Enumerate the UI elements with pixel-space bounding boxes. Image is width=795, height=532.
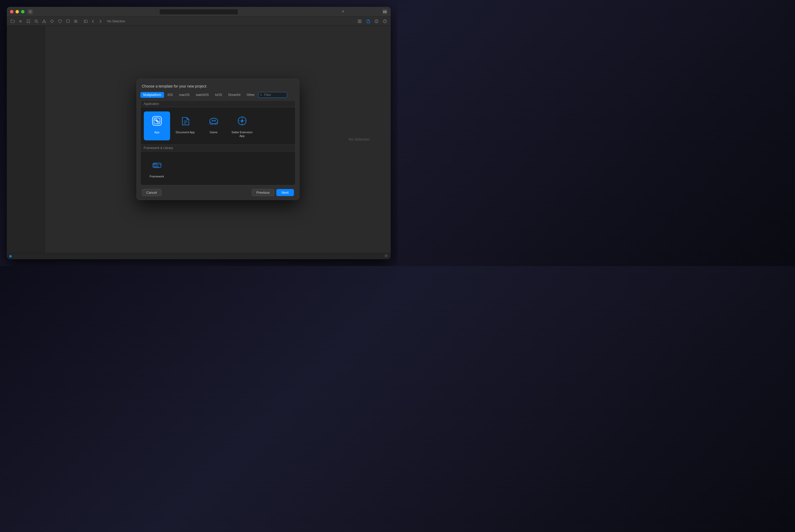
application-section-header: Application	[141, 101, 295, 107]
forward-button[interactable]	[97, 18, 103, 24]
app-icon	[150, 114, 164, 128]
app-label: App	[154, 130, 159, 134]
warning-icon[interactable]	[41, 18, 47, 24]
footer-right-buttons: Previous Next	[252, 189, 294, 196]
svg-point-31	[214, 120, 215, 121]
next-button[interactable]: Next	[276, 189, 294, 196]
no-selection-label: No Selection	[105, 18, 127, 24]
framework-label: Framework	[150, 174, 164, 178]
bottom-bar	[7, 253, 391, 259]
template-item-document-app[interactable]: Document App	[172, 111, 198, 140]
template-item-safari[interactable]: Safari Extension App	[229, 111, 255, 140]
svg-point-42	[156, 164, 157, 164]
svg-rect-18	[360, 22, 361, 23]
svg-rect-2	[29, 13, 32, 13]
title-search-bar[interactable]	[159, 9, 238, 15]
svg-rect-13	[84, 20, 87, 23]
template-item-framework[interactable]: Framework	[144, 156, 170, 181]
traffic-lights	[10, 10, 24, 14]
maximize-button[interactable]	[21, 10, 24, 14]
template-area: Application	[140, 100, 296, 186]
svg-rect-17	[358, 22, 359, 23]
search-icon[interactable]	[33, 18, 39, 24]
layout-button[interactable]	[382, 9, 387, 15]
svg-rect-16	[360, 20, 361, 21]
document-app-icon	[178, 114, 192, 128]
xcode-window: +	[7, 7, 391, 259]
dialog-title: Choose a template for your new project:	[137, 79, 299, 92]
svg-point-29	[210, 118, 218, 124]
game-label: Game	[210, 130, 218, 134]
cancel-button[interactable]: Cancel	[142, 189, 162, 196]
filter-input[interactable]	[258, 92, 287, 98]
framework-icon	[150, 158, 164, 172]
minimize-button[interactable]	[16, 10, 19, 14]
folder-icon[interactable]	[10, 18, 16, 24]
svg-point-21	[376, 20, 377, 21]
shield-icon[interactable]	[57, 18, 63, 24]
template-item-game[interactable]: Game	[201, 111, 227, 140]
tab-ios[interactable]: iOS	[165, 92, 176, 98]
tab-multiplatform[interactable]: Multiplatform	[140, 92, 164, 98]
tab-tvos[interactable]: tvOS	[212, 92, 225, 98]
right-toolbar: ?	[357, 18, 388, 24]
file-icon-btn[interactable]	[365, 18, 371, 24]
framework-template-grid: Framework	[141, 151, 295, 185]
inspector-button[interactable]	[82, 18, 89, 24]
svg-rect-1	[29, 12, 32, 12]
bookmark-icon[interactable]	[25, 18, 32, 24]
sidebar	[7, 26, 45, 253]
svg-point-40	[154, 164, 155, 164]
add-button[interactable]: +	[340, 9, 346, 15]
dialog-overlay: Choose a template for your new project: …	[45, 26, 391, 253]
platform-tabs: Multiplatform iOS macOS watchOS tvOS Dri…	[137, 92, 299, 100]
svg-rect-44	[156, 166, 158, 167]
svg-rect-9	[67, 20, 70, 23]
application-template-grid: App	[141, 107, 295, 145]
titlebar-right-controls	[379, 9, 387, 15]
back-button[interactable]	[90, 18, 96, 24]
diamond-icon[interactable]	[49, 18, 55, 24]
safari-extension-app-label: Safari Extension App	[231, 130, 253, 138]
new-project-dialog: Choose a template for your new project: …	[136, 79, 299, 200]
svg-rect-0	[29, 11, 32, 11]
document-app-label: Document App	[176, 130, 194, 134]
main-content: No Selection Choose a template for your …	[7, 26, 391, 253]
game-icon	[207, 114, 221, 128]
tab-macos[interactable]: macOS	[176, 92, 192, 98]
status-dot	[10, 255, 12, 257]
nav-controls	[82, 18, 103, 24]
svg-rect-4	[385, 11, 386, 13]
info-circle-icon[interactable]	[373, 18, 380, 24]
svg-point-41	[155, 164, 156, 164]
svg-point-5	[35, 20, 37, 22]
secondary-toolbar: No Selection	[7, 17, 391, 26]
safari-extension-icon	[235, 114, 249, 128]
svg-rect-43	[154, 166, 156, 167]
previous-button[interactable]: Previous	[252, 189, 274, 196]
question-circle-icon[interactable]: ?	[382, 18, 388, 24]
grid-view-button[interactable]	[357, 18, 363, 24]
svg-point-8	[44, 22, 44, 22]
framework-section-header: Framework & Library	[141, 145, 295, 151]
dialog-footer: Cancel Previous Next	[137, 185, 299, 200]
sidebar-toggle-button[interactable]	[27, 9, 33, 15]
svg-text:?: ?	[384, 20, 386, 23]
corner-icon[interactable]	[384, 254, 388, 259]
tab-watchos[interactable]: watchOS	[193, 92, 212, 98]
svg-line-6	[37, 22, 38, 23]
svg-rect-15	[358, 20, 359, 21]
svg-point-30	[212, 120, 213, 121]
tab-other[interactable]: Other	[244, 92, 258, 98]
tab-driverkit[interactable]: DriverKit	[226, 92, 243, 98]
box-icon[interactable]	[65, 18, 71, 24]
filter-wrapper: ⊙	[258, 92, 287, 98]
right-panel: No Selection Choose a template for your …	[45, 26, 391, 253]
close-button[interactable]	[10, 10, 14, 14]
template-item-app[interactable]: App	[144, 111, 170, 140]
svg-rect-3	[383, 11, 385, 13]
close-icon[interactable]	[17, 18, 24, 24]
list-icon[interactable]	[73, 18, 79, 24]
titlebar: +	[7, 7, 391, 17]
